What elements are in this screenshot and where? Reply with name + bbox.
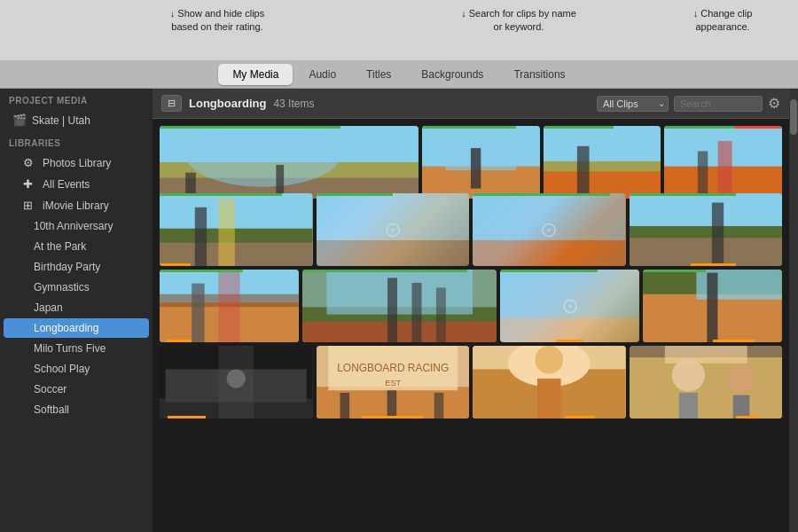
project-media-header: PROJECT MEDIA bbox=[0, 89, 153, 109]
thumb-svg-14: LONGBOARD RACING EST bbox=[317, 346, 470, 419]
sidebar-item-label: Photos Library bbox=[43, 157, 111, 169]
svg-rect-21 bbox=[218, 200, 235, 267]
svg-rect-41 bbox=[411, 283, 421, 342]
svg-rect-26 bbox=[473, 240, 626, 266]
svg-rect-44 bbox=[500, 317, 639, 342]
sidebar-item-imovie-library[interactable]: ⊞ iMovie Library bbox=[4, 195, 149, 215]
tab-bar: My Media Audio Titles Backgrounds Transi… bbox=[0, 60, 798, 89]
imovie-icon: ⊞ bbox=[23, 199, 37, 212]
sidebar-item-label: Soccer bbox=[34, 383, 66, 395]
svg-rect-28 bbox=[630, 234, 783, 266]
sidebar-item-label: All Events bbox=[43, 178, 90, 191]
video-thumb-4[interactable] bbox=[664, 126, 782, 199]
film-icon: 🎬 bbox=[12, 113, 27, 127]
video-row-4: LONGBOARD RACING EST bbox=[160, 346, 782, 419]
video-thumb-13[interactable] bbox=[160, 346, 313, 419]
svg-rect-30 bbox=[711, 202, 723, 266]
sidebar-item-label: School Play bbox=[34, 363, 90, 375]
video-thumb-5[interactable] bbox=[160, 193, 313, 266]
video-thumb-6[interactable]: ⊙ bbox=[317, 193, 470, 266]
sidebar-item-softball[interactable]: Softball bbox=[4, 400, 149, 419]
svg-point-72 bbox=[727, 364, 755, 393]
video-thumb-2[interactable] bbox=[422, 126, 540, 199]
sidebar-item-label: Longboarding bbox=[34, 322, 98, 334]
gear-button[interactable]: ⚙ bbox=[768, 95, 780, 112]
svg-rect-17 bbox=[698, 151, 708, 196]
thumb-svg-1 bbox=[160, 126, 419, 199]
sidebar-item-school-play[interactable]: School Play bbox=[4, 359, 149, 379]
svg-rect-22 bbox=[195, 207, 207, 266]
layout-button[interactable]: ⊟ bbox=[161, 95, 182, 112]
sidebar-item-label: 10th Anniversary bbox=[34, 220, 113, 232]
search-input[interactable] bbox=[674, 96, 763, 112]
sidebar-item-all-events[interactable]: ✚ All Events bbox=[4, 174, 149, 194]
sidebar-item-label: Birthday Party bbox=[34, 261, 100, 273]
sidebar-item-soccer[interactable]: Soccer bbox=[4, 379, 149, 399]
svg-point-70 bbox=[671, 358, 704, 391]
thumb-svg-8 bbox=[630, 193, 783, 266]
sidebar-item-label: Japan bbox=[34, 301, 63, 314]
tab-titles[interactable]: Titles bbox=[352, 64, 405, 85]
video-thumb-14[interactable]: LONGBOARD RACING EST bbox=[317, 346, 470, 419]
thumb-svg-13 bbox=[160, 346, 313, 419]
appearance-tooltip: ↓ Change clip appearance. bbox=[665, 7, 780, 35]
thumb-svg-16 bbox=[630, 346, 783, 419]
thumb-svg-6 bbox=[317, 193, 470, 266]
tab-backgrounds[interactable]: Backgrounds bbox=[407, 64, 497, 85]
video-thumb-12[interactable] bbox=[643, 270, 782, 342]
video-row-2: ⊙ ⊙ bbox=[160, 193, 782, 266]
sidebar-item-label: Gymnastics bbox=[34, 281, 90, 293]
clips-selector[interactable]: All Clips Favorites Unfavorited Rejected bbox=[597, 96, 669, 112]
all-events-icon: ✚ bbox=[23, 177, 37, 191]
thumb-svg-15 bbox=[473, 346, 626, 419]
sidebar-item-photos-library[interactable]: ⚙ Photos Library bbox=[4, 153, 149, 173]
video-thumb-3[interactable] bbox=[544, 126, 661, 199]
rating-tooltip-text: Show and hide clips based on their ratin… bbox=[171, 8, 264, 32]
tab-my-media[interactable]: My Media bbox=[218, 64, 293, 85]
svg-rect-42 bbox=[436, 287, 446, 342]
toolbar-right: All Clips Favorites Unfavorited Rejected… bbox=[597, 95, 780, 112]
sidebar-item-gymnastics[interactable]: Gymnastics bbox=[4, 278, 149, 297]
video-thumb-8[interactable] bbox=[630, 193, 783, 266]
video-thumb-15[interactable] bbox=[473, 346, 626, 419]
thumb-svg-7 bbox=[473, 193, 626, 266]
video-thumb-9[interactable] bbox=[160, 270, 299, 342]
sidebar-item-skate-utah[interactable]: 🎬 Skate | Utah bbox=[4, 110, 149, 130]
sidebar: PROJECT MEDIA 🎬 Skate | Utah LIBRARIES ⚙… bbox=[0, 89, 153, 532]
thumb-svg-10 bbox=[302, 270, 497, 342]
svg-rect-13 bbox=[576, 146, 589, 197]
tab-transitions[interactable]: Transitions bbox=[499, 64, 579, 85]
video-thumb-10[interactable] bbox=[302, 270, 497, 342]
rating-tooltip: ↓ Show and hide clips based on their rat… bbox=[160, 7, 275, 35]
thumb-svg-9 bbox=[160, 270, 299, 342]
sidebar-item-label: Softball bbox=[34, 403, 69, 416]
content-area: ⊟ Longboarding 43 Items All Clips Favori… bbox=[153, 89, 789, 532]
video-thumb-16[interactable] bbox=[630, 346, 783, 419]
sidebar-item-japan[interactable]: Japan bbox=[4, 298, 149, 317]
svg-text:LONGBOARD RACING: LONGBOARD RACING bbox=[337, 362, 449, 374]
video-thumb-1[interactable] bbox=[160, 126, 419, 199]
sidebar-item-10th-anniversary[interactable]: 10th Anniversary bbox=[4, 216, 149, 236]
content-title: Longboarding bbox=[189, 97, 266, 110]
svg-point-53 bbox=[227, 369, 246, 387]
svg-rect-61 bbox=[434, 393, 443, 419]
svg-rect-16 bbox=[718, 141, 732, 197]
tooltip-bar: ↓ Show and hide clips based on their rat… bbox=[0, 0, 798, 60]
sidebar-item-at-the-park[interactable]: At the Park bbox=[4, 237, 149, 256]
svg-rect-9 bbox=[471, 148, 481, 189]
svg-rect-29 bbox=[630, 226, 783, 238]
sidebar-item-milo-turns-five[interactable]: Milo Turns Five bbox=[4, 339, 149, 358]
svg-rect-12 bbox=[544, 161, 661, 171]
sidebar-item-birthday-party[interactable]: Birthday Party bbox=[4, 257, 149, 277]
video-thumb-7[interactable]: ⊙ bbox=[473, 193, 626, 266]
sidebar-item-longboarding[interactable]: Longboarding bbox=[4, 318, 149, 338]
thumb-svg-4 bbox=[664, 126, 782, 199]
svg-rect-66 bbox=[537, 379, 561, 419]
tab-audio[interactable]: Audio bbox=[294, 64, 350, 85]
sidebar-item-label: At the Park bbox=[34, 240, 86, 253]
video-thumb-11[interactable]: ⊙ bbox=[500, 270, 639, 342]
thumb-svg-5 bbox=[160, 193, 313, 266]
svg-rect-34 bbox=[218, 270, 239, 342]
svg-rect-48 bbox=[708, 273, 718, 342]
content-scrollbar[interactable] bbox=[789, 89, 798, 532]
